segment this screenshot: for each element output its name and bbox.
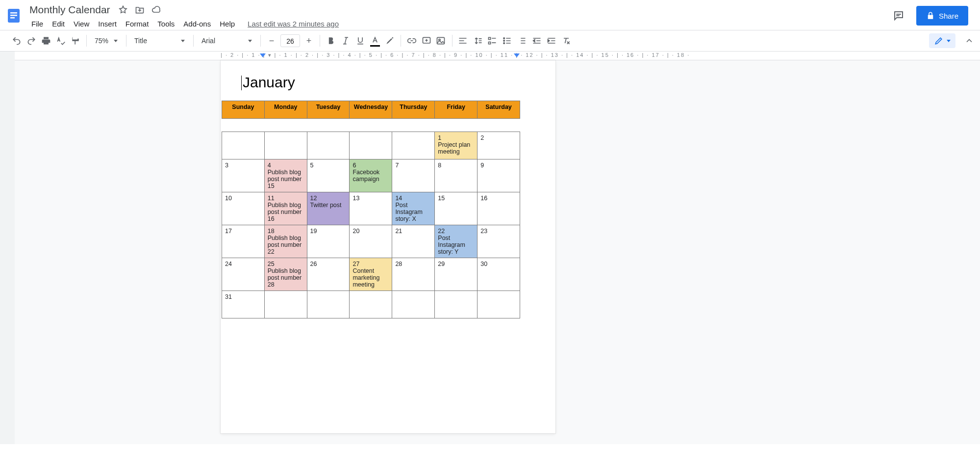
calendar-cell[interactable]: 25Publish blog post number 28 bbox=[264, 258, 307, 291]
cloud-status-icon[interactable] bbox=[151, 4, 162, 16]
open-comments-button[interactable] bbox=[889, 6, 908, 26]
calendar-header-cell[interactable]: Tuesday bbox=[307, 101, 350, 119]
calendar-cell[interactable]: 30 bbox=[477, 258, 520, 291]
calendar-cell[interactable]: 10 bbox=[222, 192, 265, 225]
calendar-cell[interactable]: 1Project plan meeting bbox=[435, 132, 477, 159]
calendar-cell[interactable]: 14Post Instagram story: X bbox=[392, 192, 435, 225]
calendar-cell[interactable]: 13 bbox=[350, 192, 392, 225]
insert-link-button[interactable] bbox=[405, 34, 419, 48]
hide-menus-button[interactable] bbox=[962, 34, 976, 48]
insert-image-button[interactable] bbox=[434, 34, 448, 48]
calendar-cell[interactable]: 20 bbox=[350, 225, 392, 258]
right-indent-marker-icon[interactable] bbox=[514, 53, 520, 57]
print-button[interactable] bbox=[39, 34, 53, 48]
left-indent-marker-icon[interactable] bbox=[260, 53, 266, 57]
document-title[interactable]: Monthly Calendar bbox=[27, 3, 112, 17]
calendar-cell[interactable]: 8 bbox=[435, 159, 477, 192]
bold-button[interactable] bbox=[324, 34, 338, 48]
calendar-cell[interactable]: 18Publish blog post number 22 bbox=[264, 225, 307, 258]
insert-comment-button[interactable] bbox=[420, 34, 433, 48]
calendar-cell[interactable]: 24 bbox=[222, 258, 265, 291]
calendar-header-cell[interactable]: Wednesday bbox=[350, 101, 392, 119]
calendar-cell[interactable]: 27Content marketing meeting bbox=[350, 258, 392, 291]
calendar-cell[interactable]: 16 bbox=[477, 192, 520, 225]
align-button[interactable] bbox=[456, 34, 470, 48]
share-button[interactable]: Share bbox=[916, 6, 968, 26]
text-color-button[interactable] bbox=[368, 34, 382, 48]
editing-mode-button[interactable] bbox=[929, 33, 955, 48]
calendar-cell[interactable]: 29 bbox=[435, 258, 477, 291]
underline-button[interactable] bbox=[353, 34, 367, 48]
calendar-cell[interactable]: 28 bbox=[392, 258, 435, 291]
calendar-cell[interactable]: 15 bbox=[435, 192, 477, 225]
calendar-cell[interactable]: 7 bbox=[392, 159, 435, 192]
highlight-button[interactable] bbox=[383, 34, 397, 48]
menu-file[interactable]: File bbox=[27, 18, 47, 30]
calendar-cell[interactable]: 12Twitter post bbox=[307, 192, 350, 225]
calendar-cell[interactable] bbox=[392, 291, 435, 318]
calendar-cell[interactable] bbox=[307, 132, 350, 159]
last-edit-link[interactable]: Last edit was 2 minutes ago bbox=[248, 20, 339, 28]
font-size-value[interactable]: 26 bbox=[280, 34, 300, 47]
font-select[interactable]: Arial bbox=[198, 34, 256, 48]
italic-button[interactable] bbox=[339, 34, 352, 48]
font-size-decrease-button[interactable]: − bbox=[265, 34, 278, 48]
docs-logo-icon[interactable] bbox=[4, 3, 24, 28]
horizontal-ruler[interactable]: | · 2 · | · 1 · | ▾ | · 1 · | · 2 · | · … bbox=[15, 52, 980, 60]
calendar-cell[interactable] bbox=[435, 291, 477, 318]
calendar-cell[interactable]: 17 bbox=[222, 225, 265, 258]
calendar-cell[interactable] bbox=[477, 291, 520, 318]
zoom-select[interactable]: 75% bbox=[91, 34, 122, 48]
calendar-body-table[interactable]: 1Project plan meeting234Publish blog pos… bbox=[222, 132, 520, 318]
calendar-cell[interactable]: 26 bbox=[307, 258, 350, 291]
calendar-cell[interactable] bbox=[307, 291, 350, 318]
redo-button[interactable] bbox=[25, 34, 38, 48]
increase-indent-button[interactable] bbox=[545, 34, 558, 48]
calendar-cell[interactable] bbox=[264, 291, 307, 318]
calendar-cell[interactable] bbox=[264, 132, 307, 159]
calendar-cell[interactable]: 2 bbox=[477, 132, 520, 159]
calendar-cell[interactable]: 5 bbox=[307, 159, 350, 192]
calendar-cell[interactable] bbox=[350, 291, 392, 318]
line-spacing-button[interactable] bbox=[471, 34, 485, 48]
move-icon[interactable] bbox=[134, 4, 146, 16]
menu-view[interactable]: View bbox=[70, 18, 93, 30]
numbered-list-button[interactable] bbox=[515, 34, 529, 48]
calendar-cell[interactable]: 21 bbox=[392, 225, 435, 258]
paint-format-button[interactable] bbox=[69, 34, 82, 48]
calendar-cell[interactable] bbox=[222, 132, 265, 159]
calendar-cell[interactable]: 22Post Instagram story: Y bbox=[435, 225, 477, 258]
calendar-cell[interactable]: 4Publish blog post number 15 bbox=[264, 159, 307, 192]
calendar-header-table[interactable]: SundayMondayTuesdayWednesdayThursdayFrid… bbox=[222, 101, 520, 119]
clear-formatting-button[interactable] bbox=[559, 34, 573, 48]
calendar-header-cell[interactable]: Monday bbox=[264, 101, 307, 119]
spellcheck-button[interactable] bbox=[54, 34, 68, 48]
font-size-increase-button[interactable]: + bbox=[302, 34, 316, 48]
star-icon[interactable] bbox=[117, 4, 129, 16]
menu-format[interactable]: Format bbox=[122, 18, 153, 30]
menu-tools[interactable]: Tools bbox=[153, 18, 178, 30]
calendar-cell[interactable] bbox=[392, 132, 435, 159]
menu-insert[interactable]: Insert bbox=[94, 18, 121, 30]
calendar-header-cell[interactable]: Thursday bbox=[392, 101, 435, 119]
calendar-cell[interactable] bbox=[350, 132, 392, 159]
undo-button[interactable] bbox=[10, 34, 24, 48]
calendar-header-cell[interactable]: Saturday bbox=[477, 101, 520, 119]
menu-help[interactable]: Help bbox=[216, 18, 239, 30]
menu-addons[interactable]: Add-ons bbox=[179, 18, 215, 30]
calendar-header-cell[interactable]: Friday bbox=[435, 101, 477, 119]
calendar-cell[interactable]: 19 bbox=[307, 225, 350, 258]
document-page[interactable]: January SundayMondayTuesdayWednesdayThur… bbox=[221, 60, 555, 433]
page-heading[interactable]: January bbox=[241, 74, 555, 91]
calendar-header-cell[interactable]: Sunday bbox=[222, 101, 265, 119]
calendar-cell[interactable]: 23 bbox=[477, 225, 520, 258]
calendar-cell[interactable]: 3 bbox=[222, 159, 265, 192]
calendar-cell[interactable]: 9 bbox=[477, 159, 520, 192]
menu-edit[interactable]: Edit bbox=[48, 18, 69, 30]
bulleted-list-button[interactable] bbox=[501, 34, 514, 48]
decrease-indent-button[interactable] bbox=[530, 34, 544, 48]
calendar-cell[interactable]: 11Publish blog post number 16 bbox=[264, 192, 307, 225]
calendar-cell[interactable]: 6Facebook campaign bbox=[350, 159, 392, 192]
paragraph-style-select[interactable]: Title bbox=[130, 34, 189, 48]
checklist-button[interactable] bbox=[486, 34, 500, 48]
